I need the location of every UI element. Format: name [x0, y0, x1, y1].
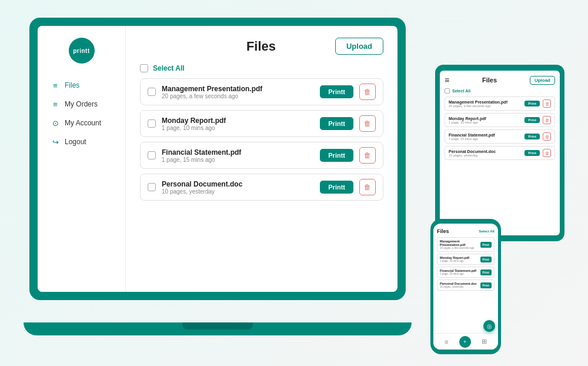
tablet-file-meta-3: 10 pages, yesterday	[449, 154, 522, 157]
tablet-file-row: Financial Statement.pdf 1 page, 15 mins …	[445, 129, 555, 144]
tablet-file-name-1: Monday Report.pdf	[449, 117, 522, 121]
tablet-file-meta-0: 20 pages, a few seconds ago	[449, 104, 522, 108]
print-button-0[interactable]: Printt	[320, 85, 353, 98]
file-name-1: Monday Report.pdf	[162, 117, 314, 125]
logo: printt	[69, 38, 95, 64]
tablet-title: Files	[482, 76, 497, 84]
sidebar-item-my-orders[interactable]: ≡ My Orders	[45, 95, 118, 113]
file-row: Personal Document.doc 10 pages, yesterda…	[140, 174, 383, 201]
tablet-select-all-row: Select All	[445, 88, 555, 94]
phone-inner: Files Select All Management Presentation…	[433, 224, 498, 350]
phone-file-meta-1: 1 page, 10 mins ago	[440, 259, 478, 262]
tablet-select-all-checkbox[interactable]	[445, 88, 450, 94]
tablet-file-meta-1: 1 page, 10 mins ago	[449, 121, 522, 124]
file-row: Monday Report.pdf 1 page, 10 mins ago Pr…	[140, 110, 383, 137]
laptop-base	[24, 322, 412, 335]
print-button-2[interactable]: Printt	[320, 149, 353, 162]
page-title: Files	[187, 39, 335, 54]
phone-file-meta-2: 1 page, 15 mins ago	[440, 272, 478, 275]
file-meta-0: 20 pages, a few seconds ago	[162, 93, 314, 99]
sidebar-item-my-account[interactable]: ⊙ My Account	[45, 114, 118, 132]
tablet-print-button-2[interactable]: Print	[524, 134, 540, 139]
file-info-1: Monday Report.pdf 1 page, 10 mins ago	[162, 117, 314, 131]
tablet-file-info-1: Monday Report.pdf 1 page, 10 mins ago	[449, 117, 522, 124]
phone-nav-files-icon[interactable]: ≡	[445, 338, 448, 345]
phone-print-button-0[interactable]: Print	[480, 242, 492, 248]
file-checkbox-3[interactable]	[148, 183, 156, 191]
tablet-delete-button-3[interactable]: 🗑	[543, 149, 551, 157]
sidebar: printt ≡ Files ≡ My Orders ⊙	[38, 26, 126, 292]
account-icon: ⊙	[51, 118, 60, 128]
tablet-file-row: Personal Document.doc 10 pages, yesterda…	[445, 146, 555, 160]
tablet-upload-button[interactable]: Upload	[530, 76, 555, 85]
phone-title: Files	[437, 228, 449, 234]
phone-file-meta-3: 10 pages, yesterday	[440, 285, 478, 288]
tablet-file-info-2: Financial Statement.pdf 1 page, 15 mins …	[449, 133, 522, 141]
phone-file-info-1: Monday Report.pdf 1 page, 10 mins ago	[440, 256, 478, 262]
tablet-file-name-2: Financial Statement.pdf	[449, 133, 522, 137]
file-checkbox-2[interactable]	[148, 151, 156, 159]
phone-file-row: Monday Report.pdf 1 page, 10 mins ago Pr…	[437, 254, 495, 265]
upload-button[interactable]: Upload	[335, 38, 383, 55]
tablet-file-info-0: Management Presentation.pdf 20 pages, a …	[449, 100, 522, 108]
tablet-delete-button-1[interactable]: 🗑	[543, 116, 551, 124]
select-all-row: Select All	[140, 64, 383, 72]
sidebar-item-logout[interactable]: ↪ Logout	[45, 133, 118, 151]
phone-file-row: Personal Document.doc 10 pages, yesterda…	[437, 280, 495, 291]
select-all-checkbox[interactable]	[140, 64, 148, 72]
tablet-file-meta-2: 1 page, 15 mins ago	[449, 137, 522, 141]
tablet-print-button-3[interactable]: Print	[524, 150, 540, 156]
tablet-header: ≡ Files Upload	[445, 75, 555, 85]
file-meta-2: 1 page, 15 mins ago	[162, 157, 314, 163]
file-name-3: Personal Document.doc	[162, 180, 314, 188]
phone-file-row: Financial Statement.pdf 1 page, 15 mins …	[437, 267, 495, 278]
file-info-2: Financial Statement.pdf 1 page, 15 mins …	[162, 148, 314, 163]
phone-device: Files Select All Management Presentation…	[430, 219, 501, 354]
phone-print-button-1[interactable]: Print	[480, 257, 492, 262]
phone-file-info-2: Financial Statement.pdf 1 page, 15 mins …	[440, 269, 478, 275]
phone-print-button-2[interactable]: Print	[480, 269, 492, 275]
tablet-file-name-0: Management Presentation.pdf	[449, 100, 522, 104]
tablet-select-all-label[interactable]: Select All	[452, 89, 470, 93]
phone-file-info-3: Personal Document.doc 10 pages, yesterda…	[440, 282, 478, 288]
tablet-delete-button-0[interactable]: 🗑	[543, 99, 551, 108]
phone-nav-plus-icon[interactable]: +	[459, 336, 471, 348]
phone-file-info-0: Management Presentation.pdf 10 pages, a …	[440, 239, 478, 249]
tablet-menu-icon[interactable]: ≡	[445, 75, 449, 85]
tablet-inner: ≡ Files Upload Select All Management Pre…	[440, 71, 560, 235]
phone-content: Files Select All Management Presentation…	[433, 224, 498, 333]
tablet-file-row: Monday Report.pdf 1 page, 10 mins ago Pr…	[445, 113, 555, 127]
file-checkbox-1[interactable]	[148, 119, 156, 128]
laptop-screen-outer: printt ≡ Files ≡ My Orders ⊙	[29, 18, 406, 300]
print-button-3[interactable]: Printt	[320, 181, 353, 194]
orders-icon: ≡	[51, 99, 60, 109]
delete-button-1[interactable]: 🗑	[359, 115, 376, 132]
sidebar-item-files[interactable]: ≡ Files	[45, 76, 118, 94]
phone-select-all-label[interactable]: Select All	[479, 229, 495, 233]
main-header: Files Upload	[140, 38, 383, 55]
tablet-outer: ≡ Files Upload Select All Management Pre…	[435, 65, 564, 241]
tablet-print-button-0[interactable]: Print	[524, 101, 540, 107]
phone-bottom-nav: ≡ + ⊞	[433, 333, 498, 350]
file-info-0: Management Presentation.pdf 20 pages, a …	[162, 85, 314, 99]
phone-fab-button[interactable]: ◎	[483, 320, 495, 332]
tablet-delete-button-2[interactable]: 🗑	[543, 132, 551, 141]
delete-button-0[interactable]: 🗑	[359, 84, 376, 100]
nav-items: ≡ Files ≡ My Orders ⊙ My Account ↪	[38, 76, 125, 152]
phone-nav-print-icon[interactable]: ⊞	[482, 338, 487, 345]
tablet-file-name-3: Personal Document.doc	[449, 149, 522, 154]
delete-button-2[interactable]: 🗑	[359, 147, 376, 164]
delete-button-3[interactable]: 🗑	[359, 179, 376, 195]
phone-print-button-3[interactable]: Print	[480, 282, 492, 288]
file-name-0: Management Presentation.pdf	[162, 85, 314, 93]
logout-icon: ↪	[51, 137, 60, 147]
tablet-print-button-1[interactable]: Print	[524, 117, 540, 123]
print-button-1[interactable]: Printt	[320, 117, 353, 130]
tablet-file-info-3: Personal Document.doc 10 pages, yesterda…	[449, 149, 522, 157]
file-meta-1: 1 page, 10 mins ago	[162, 125, 314, 131]
select-all-label[interactable]: Select All	[153, 64, 185, 72]
laptop-screen-inner: printt ≡ Files ≡ My Orders ⊙	[38, 26, 397, 292]
file-checkbox-0[interactable]	[148, 88, 156, 96]
files-icon: ≡	[51, 81, 60, 90]
file-info-3: Personal Document.doc 10 pages, yesterda…	[162, 180, 314, 195]
